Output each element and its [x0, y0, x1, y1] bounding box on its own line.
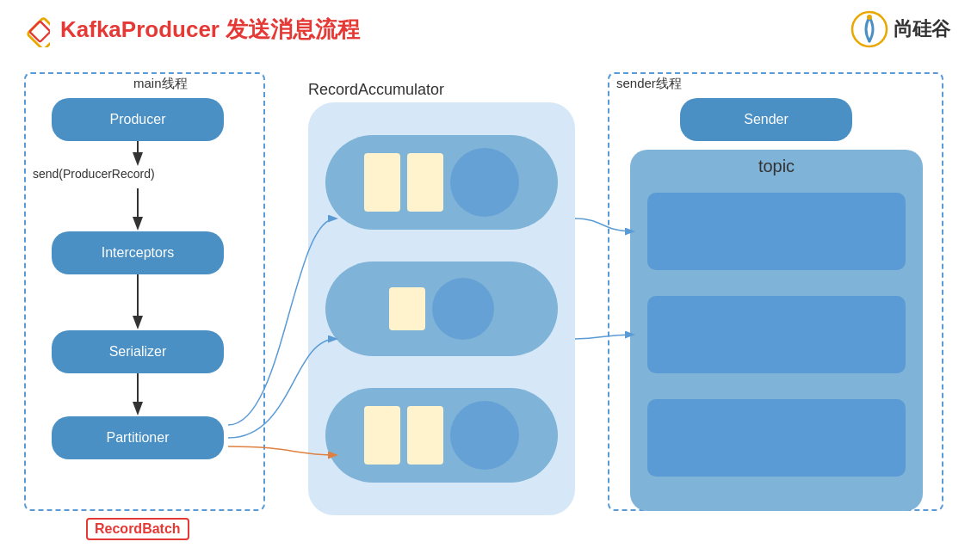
producer-button: Producer: [52, 98, 224, 141]
record-batch-label: RecordBatch: [86, 518, 189, 540]
header-left: KafkaProducer 发送消息流程: [14, 11, 360, 47]
pill-rect-3b: [407, 406, 443, 465]
pill-3: [325, 388, 558, 483]
brand-icon: [850, 10, 888, 48]
topic-partition-3: [647, 399, 906, 477]
pill-1: [325, 135, 558, 230]
topic-title: topic: [630, 157, 923, 176]
page-title: KafkaProducer 发送消息流程: [60, 15, 360, 45]
send-record-text: send(ProducerRecord): [33, 167, 155, 181]
logo-right: 尚硅谷: [850, 10, 950, 48]
pill-rect-2a: [389, 287, 425, 330]
diagram: main线程 sender线程 Producer send(ProducerRe…: [0, 55, 971, 560]
main-thread-label: main线程: [133, 76, 188, 92]
pill-2: [325, 262, 558, 356]
pill-rect-3a: [364, 406, 400, 465]
record-accumulator-box: [308, 102, 575, 515]
serializer-button: Serializer: [52, 330, 224, 373]
record-accumulator-title: RecordAccumulator: [308, 81, 444, 99]
pill-circle-2: [432, 278, 494, 340]
interceptors-button: Interceptors: [52, 231, 224, 274]
pill-circle-1: [450, 148, 519, 217]
header: KafkaProducer 发送消息流程 尚硅谷: [0, 0, 971, 55]
svg-point-3: [867, 15, 872, 20]
pill-rect-1b: [407, 153, 443, 212]
logo-icon: [14, 11, 50, 47]
sender-thread-label: sender线程: [616, 76, 682, 92]
pill-circle-3: [450, 401, 519, 470]
partitioner-button: Partitioner: [52, 416, 224, 459]
topic-partition-1: [647, 193, 906, 270]
brand-name: 尚硅谷: [894, 16, 950, 42]
sender-button: Sender: [680, 98, 852, 141]
pill-rect-1a: [364, 153, 400, 212]
topic-partition-2: [647, 296, 906, 373]
